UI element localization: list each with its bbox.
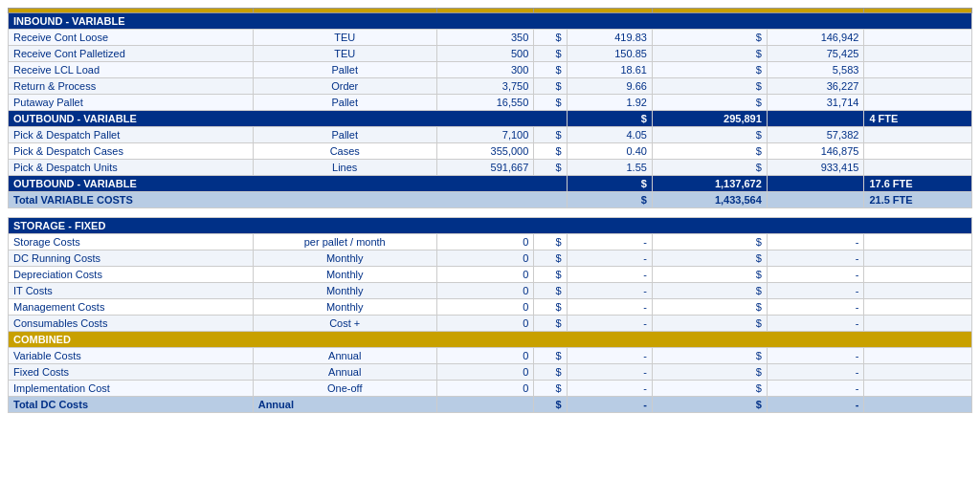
table-row: Pick & Despatch Pallet Pallet 7,100 $ 4.… [9, 127, 972, 143]
row-total-dollar: $ [652, 267, 767, 283]
row-volume: 0 [436, 364, 534, 381]
row-total-dollar: $ [652, 62, 767, 78]
row-total-dollar: $ [652, 127, 767, 143]
row-total-dollar: $ [652, 234, 767, 250]
subtotal-value: 295,891 [652, 111, 767, 127]
row-rate-dollar: $ [534, 160, 567, 176]
row-uom: TEU [253, 46, 436, 62]
table-row: IT Costs Monthly 0 $ - $ - [9, 283, 972, 299]
subtotal-row: OUTBOUND - VARIABLE $ 1,137,672 17.6 FTE [9, 176, 972, 192]
row-task: Pick & Despatch Units [9, 160, 254, 176]
row-uom: Cases [253, 143, 436, 160]
table-row: Receive Cont Loose TEU 350 $ 419.83 $ 14… [9, 30, 972, 46]
row-task: Consumables Costs [9, 316, 254, 332]
row-comments [864, 234, 972, 250]
row-comments [864, 316, 972, 332]
row-volume: 350 [436, 30, 534, 46]
row-total: - [767, 316, 864, 332]
row-task: Management Costs [9, 299, 254, 316]
row-uom: Monthly [253, 299, 436, 316]
main-table: INBOUND - VARIABLE Receive Cont Loose TE… [8, 8, 972, 413]
row-total: - [767, 364, 864, 381]
table-row: Fixed Costs Annual 0 $ - $ - [9, 364, 972, 381]
subtotal-empty [767, 176, 864, 192]
row-uom: Monthly [253, 250, 436, 267]
row-rate: 150.85 [567, 46, 652, 62]
row-rate-dollar: $ [534, 267, 567, 283]
total-dc-comments [864, 397, 972, 413]
row-task: Return & Process [9, 78, 254, 95]
row-total-dollar: $ [652, 364, 767, 381]
row-rate: - [567, 381, 652, 397]
row-rate-dollar: $ [534, 364, 567, 381]
row-rate: 419.83 [567, 30, 652, 46]
row-volume: 591,667 [436, 160, 534, 176]
row-total: - [767, 267, 864, 283]
row-comments [864, 267, 972, 283]
row-comments [864, 62, 972, 78]
table-row: DC Running Costs Monthly 0 $ - $ - [9, 250, 972, 267]
table-row: Pick & Despatch Cases Cases 355,000 $ 0.… [9, 143, 972, 160]
row-volume: 0 [436, 348, 534, 364]
row-uom: TEU [253, 30, 436, 46]
row-task: Putaway Pallet [9, 95, 254, 111]
row-rate-dollar: $ [534, 143, 567, 160]
row-volume: 3,750 [436, 78, 534, 95]
row-rate: - [567, 348, 652, 364]
row-task: Depreciation Costs [9, 267, 254, 283]
subtotal-label: OUTBOUND - VARIABLE [9, 111, 568, 127]
row-rate-dollar: $ [534, 78, 567, 95]
row-task: IT Costs [9, 283, 254, 299]
subtotal-dollar: $ [567, 111, 652, 127]
total-dc-volume [436, 397, 534, 413]
row-comments [864, 160, 972, 176]
row-comments [864, 143, 972, 160]
total-dc-task: Total DC Costs [9, 397, 254, 413]
total-empty [767, 192, 864, 208]
spreadsheet-container: INBOUND - VARIABLE Receive Cont Loose TE… [0, 0, 980, 501]
row-total-dollar: $ [652, 250, 767, 267]
row-rate-dollar: $ [534, 381, 567, 397]
row-comments [864, 127, 972, 143]
section-header-row: STORAGE - FIXED [9, 218, 972, 234]
row-comments [864, 364, 972, 381]
row-total: - [767, 234, 864, 250]
row-rate: - [567, 283, 652, 299]
row-rate-dollar: $ [534, 283, 567, 299]
total-dc-total: - [767, 397, 864, 413]
row-rate: 4.05 [567, 127, 652, 143]
total-comments: 21.5 FTE [864, 192, 972, 208]
subtotal-comments: 4 FTE [864, 111, 972, 127]
row-volume: 355,000 [436, 143, 534, 160]
row-rate: - [567, 364, 652, 381]
row-comments [864, 250, 972, 267]
row-volume: 0 [436, 381, 534, 397]
row-rate-dollar: $ [534, 250, 567, 267]
row-rate-dollar: $ [534, 127, 567, 143]
row-task: Pick & Despatch Pallet [9, 127, 254, 143]
row-task: Receive Cont Loose [9, 30, 254, 46]
row-rate-dollar: $ [534, 62, 567, 78]
row-volume: 16,550 [436, 95, 534, 111]
total-label: Total VARIABLE COSTS [9, 192, 568, 208]
row-volume: 0 [436, 316, 534, 332]
row-task: Receive Cont Palletized [9, 46, 254, 62]
row-rate: - [567, 316, 652, 332]
spacer-cell [9, 208, 972, 218]
subtotal-label: OUTBOUND - VARIABLE [9, 176, 568, 192]
row-rate-dollar: $ [534, 299, 567, 316]
row-total: - [767, 348, 864, 364]
row-comments [864, 30, 972, 46]
row-rate-dollar: $ [534, 46, 567, 62]
row-total: 57,382 [767, 127, 864, 143]
row-total: - [767, 250, 864, 267]
total-value: 1,433,564 [652, 192, 767, 208]
table-row: Variable Costs Annual 0 $ - $ - [9, 348, 972, 364]
row-total-dollar: $ [652, 299, 767, 316]
row-uom: Monthly [253, 267, 436, 283]
row-comments [864, 348, 972, 364]
table-row: Receive LCL Load Pallet 300 $ 18.61 $ 5,… [9, 62, 972, 78]
row-rate: 1.92 [567, 95, 652, 111]
section-header-label: STORAGE - FIXED [9, 218, 972, 234]
row-comments [864, 46, 972, 62]
